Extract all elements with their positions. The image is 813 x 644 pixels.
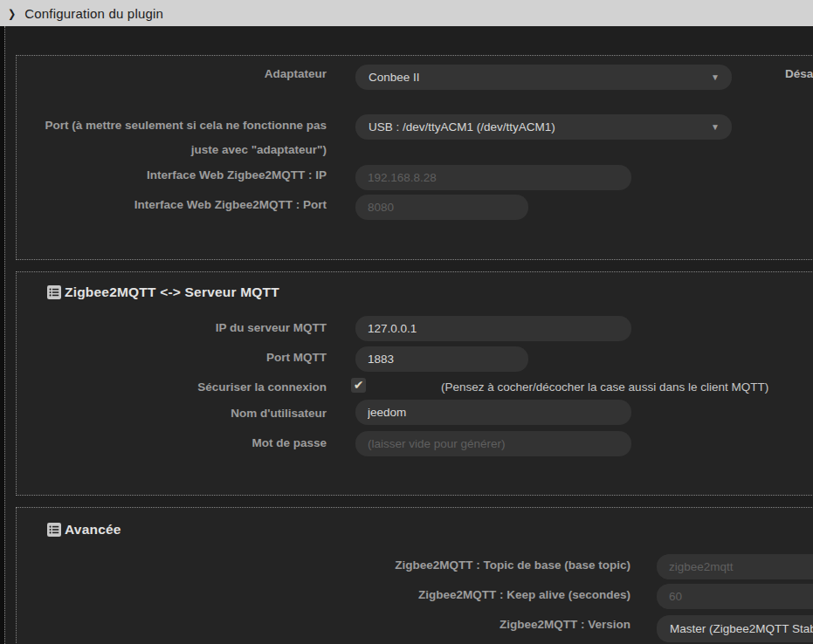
password-input[interactable] bbox=[355, 431, 631, 456]
chevron-down-icon: ▼ bbox=[711, 72, 720, 82]
mqtt-section-header: Zigbee2MQTT <-> Serveur MQTT bbox=[47, 284, 279, 300]
check-icon: ✔ bbox=[354, 379, 364, 391]
password-label: Mot de passe bbox=[17, 436, 327, 450]
mqtt-ip-input[interactable] bbox=[355, 316, 631, 341]
secure-connection-checkbox[interactable]: ✔ bbox=[351, 378, 366, 393]
panel-advanced: Avancée Zigbee2MQTT : Topic de base (bas… bbox=[16, 507, 813, 644]
web-port-input[interactable] bbox=[355, 195, 528, 220]
panel-adapter: Adaptateur Conbee II ▼ Désac Port (à met… bbox=[16, 55, 813, 260]
mqtt-section-title: Zigbee2MQTT <-> Serveur MQTT bbox=[65, 284, 279, 300]
page-title: Configuration du plugin bbox=[24, 6, 163, 21]
web-port-label: Interface Web Zigbee2MQTT : Port bbox=[17, 198, 327, 212]
list-alt-icon bbox=[47, 285, 61, 299]
base-topic-label: Zigbee2MQTT : Topic de base (base topic) bbox=[17, 558, 630, 572]
advanced-section-header: Avancée bbox=[47, 522, 121, 538]
adapter-label: Adaptateur bbox=[17, 67, 327, 81]
port-label-line2: juste avec "adaptateur") bbox=[191, 143, 327, 156]
mqtt-ip-label: IP du serveur MQTT bbox=[17, 321, 327, 335]
keepalive-input[interactable] bbox=[657, 584, 813, 609]
adapter-select[interactable]: Conbee II ▼ bbox=[355, 65, 732, 90]
port-label: Port (à mettre seulement si cela ne fonc… bbox=[17, 113, 327, 162]
adapter-select-value: Conbee II bbox=[369, 71, 420, 84]
version-select-value: Master (Zigbee2MQTT Stabl bbox=[670, 622, 813, 635]
version-label: Zigbee2MQTT : Version bbox=[17, 618, 630, 632]
advanced-section-title: Avancée bbox=[65, 522, 121, 538]
base-topic-input[interactable] bbox=[657, 554, 813, 579]
chevron-down-icon: ▼ bbox=[711, 122, 720, 132]
mqtt-port-label: Port MQTT bbox=[17, 351, 327, 365]
list-alt-icon bbox=[47, 523, 61, 537]
web-ip-label: Interface Web Zigbee2MQTT : IP bbox=[17, 168, 327, 182]
port-select-value: USB : /dev/ttyACM1 (/dev/ttyACM1) bbox=[369, 120, 555, 134]
mqtt-port-input[interactable] bbox=[355, 346, 528, 372]
keepalive-label: Zigbee2MQTT : Keep alive (secondes) bbox=[17, 588, 630, 602]
plugin-config-accordion-header[interactable]: ❯ Configuration du plugin bbox=[0, 0, 813, 26]
web-ip-input[interactable] bbox=[355, 165, 631, 190]
port-label-line1: Port (à mettre seulement si cela ne fonc… bbox=[45, 119, 327, 132]
secure-connection-label: Sécuriser la connexion bbox=[17, 380, 327, 394]
panel-mqtt: Zigbee2MQTT <-> Serveur MQTT IP du serve… bbox=[16, 271, 813, 496]
secure-connection-note: (Pensez à cocher/décocher la case aussi … bbox=[441, 380, 768, 394]
username-label: Nom d'utilisateur bbox=[17, 407, 327, 421]
port-select[interactable]: USB : /dev/ttyACM1 (/dev/ttyACM1) ▼ bbox=[355, 114, 732, 140]
username-input[interactable] bbox=[355, 400, 631, 425]
version-select[interactable]: Master (Zigbee2MQTT Stabl ▼ bbox=[657, 615, 813, 642]
plugin-config-container: Adaptateur Conbee II ▼ Désac Port (à met… bbox=[4, 26, 813, 644]
disable-button[interactable]: Désac bbox=[785, 67, 813, 80]
chevron-right-icon: ❯ bbox=[8, 7, 16, 20]
